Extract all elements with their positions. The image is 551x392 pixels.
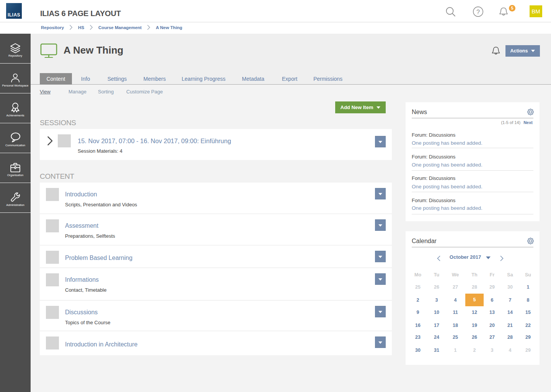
svg-text:?: ? [476,9,480,15]
